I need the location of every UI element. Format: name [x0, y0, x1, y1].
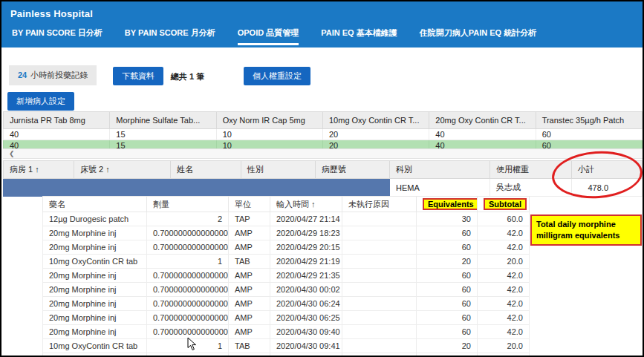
column-header[interactable]: 藥名 — [43, 197, 147, 212]
column-header[interactable]: Morphine Sulfate Tab... — [110, 112, 216, 129]
table-cell: TAP — [229, 212, 270, 226]
column-header[interactable]: 輸入時間 ↑ — [270, 197, 342, 212]
patient-summary-table: 病房 1 ↑床號 2 ↑姓名性別病歷號科別使用權重小計 HEMA吳志成478.0 — [3, 160, 643, 197]
drug-equivalent-table: Jurnista PR Tab 8mgMorphine Sulfate Tab.… — [3, 111, 643, 151]
column-header[interactable]: 病歷號 — [316, 161, 390, 179]
table-cell: AMP — [229, 283, 270, 297]
table-row[interactable]: 20mg Morphine inj0.7000000000000001AMP20… — [43, 226, 530, 240]
tab-opoid-quality[interactable]: OPOID 品質管理 — [238, 27, 299, 45]
table-cell: 20.0 — [478, 255, 530, 269]
table-cell: TAB — [229, 339, 270, 353]
column-header[interactable]: 科別 — [390, 161, 490, 179]
table-row[interactable]: 20mg Morphine inj0.7000000000000001AMP20… — [43, 325, 530, 339]
column-header-label: Oxy Norm IR Cap 5mg — [223, 116, 305, 125]
table-cell: 20mg Morphine inj — [43, 283, 147, 297]
column-header-label: 病歷號 — [322, 165, 346, 174]
column-header[interactable]: 病房 1 ↑ — [4, 161, 74, 179]
table-cell: 0.7000000000000001 — [147, 283, 229, 297]
table-row[interactable]: 10mg OxyContin CR tab1TAB2020/04/30 09:4… — [43, 339, 530, 353]
nav-tabs: BY PAIN SCORE 日分析 BY PAIN SCORE 月分析 OPOI… — [1, 19, 643, 45]
column-header[interactable]: 床號 2 ↑ — [74, 161, 171, 179]
tab-by-pain-score-day[interactable]: BY PAIN SCORE 日分析 — [12, 27, 103, 45]
table-cell: AMP — [229, 353, 270, 357]
add-patient-button[interactable]: 新增病人設定 — [7, 92, 74, 111]
app-title: Painless Hospital — [1, 1, 643, 19]
column-header-label: 劑量 — [153, 200, 169, 209]
column-header[interactable]: 單位 — [229, 197, 270, 212]
table-cell: 40 — [429, 129, 536, 140]
column-header[interactable]: Subtotal — [478, 197, 530, 212]
column-header[interactable]: Transtec 35µg/h Patch — [536, 112, 642, 129]
table-cell: 20 — [322, 129, 429, 140]
column-header[interactable]: 姓名 — [171, 161, 241, 179]
table-cell: 40 — [4, 129, 110, 140]
app-window: Painless Hospital BY PAIN SCORE 日分析 BY P… — [0, 0, 644, 357]
table-row[interactable]: 401510204060 — [4, 129, 643, 140]
table-row[interactable]: 20mg Morphine inj0.7000000000000001AMP20… — [43, 269, 530, 283]
table-cell — [342, 297, 417, 311]
table-cell — [342, 240, 417, 255]
table-cell — [342, 311, 417, 325]
table-cell: 20mg Morphine inj — [43, 297, 147, 311]
table-row[interactable]: HEMA吳志成478.0 — [4, 179, 643, 197]
column-header[interactable]: 性別 — [241, 161, 316, 179]
table-cell: 2020/04/27 21:14 — [270, 212, 342, 226]
table-cell: 1 — [147, 255, 229, 269]
table-cell: AMP — [229, 311, 270, 325]
table-cell: 2020/04/30 09:40 — [270, 325, 342, 339]
table-cell — [342, 269, 417, 283]
table-cell: AMP — [229, 297, 270, 311]
personal-weight-button[interactable]: 個人權重設定 — [244, 67, 310, 85]
column-header-label: 性別 — [247, 165, 264, 174]
table-row[interactable]: 20mg Morphine inj0.7000000000000001AMP20… — [43, 283, 530, 297]
table-cell: 20mg Morphine inj — [43, 311, 147, 325]
table-cell: 1 — [147, 339, 229, 353]
table-cell — [241, 179, 316, 197]
table-row[interactable]: 20mg Morphine inj0.7000000000000001AMP20… — [43, 297, 530, 311]
table-cell — [171, 179, 241, 197]
column-header[interactable]: 10mg Oxy Contin CR T... — [322, 112, 429, 129]
table-cell: 2020/04/30 06:24 — [270, 297, 342, 311]
column-header[interactable]: Jurnista PR Tab 8mg — [4, 112, 110, 129]
scroll-left-icon[interactable]: ❮ — [9, 150, 15, 157]
column-header-label: Jurnista PR Tab 8mg — [10, 116, 85, 125]
column-header[interactable]: 20mg Oxy Contin CR T... — [429, 112, 536, 129]
table-cell: 20 — [417, 255, 478, 269]
table-cell: 42.0 — [478, 269, 530, 283]
hours-label: 小時前投藥記錄 — [30, 71, 88, 79]
table-cell: 20.0 — [478, 339, 530, 353]
table-cell: 2 — [147, 212, 229, 226]
column-header-label: 20mg Oxy Contin CR T... — [435, 116, 525, 125]
column-header[interactable]: 劑量 — [147, 197, 229, 212]
column-header[interactable]: 未執行原因 — [342, 197, 417, 212]
table-cell: 60 — [417, 325, 478, 339]
column-header-label: Subtotal — [484, 198, 527, 210]
table-cell: 20 — [417, 339, 478, 353]
column-header[interactable]: Oxy Norm IR Cap 5mg — [216, 112, 322, 129]
column-header[interactable]: 使用權重 — [490, 161, 572, 179]
table-cell: 42.0 — [478, 240, 530, 255]
medication-detail-table: 藥名劑量單位輸入時間 ↑未執行原因EquivalentsSubtotal 12µ… — [42, 196, 530, 357]
table-row[interactable]: 10mg OxyContin CR tab1TAB2020/04/29 21:1… — [43, 255, 530, 269]
table-row[interactable]: 12µg Durogesic patch2TAP2020/04/27 21:14… — [43, 212, 530, 226]
table-cell: 2020/04/30 12:48 — [270, 353, 342, 357]
horizontal-scrollbar[interactable]: ❮ — [3, 148, 643, 159]
table-cell: 0.7000000000000001 — [147, 297, 229, 311]
table-cell: 60 — [417, 240, 478, 255]
column-header[interactable]: Equivalents — [417, 197, 478, 212]
tab-by-pain-score-month[interactable]: BY PAIN SCORE 月分析 — [125, 27, 215, 45]
table-row[interactable]: 20mg Morphine inj0.7000000000000001AMP20… — [43, 353, 530, 357]
table-row[interactable]: 20mg Morphine inj0.7000000000000001AMP20… — [43, 311, 530, 325]
tab-pain-eq-statistics[interactable]: 住院開刀病人PAIN EQ 統計分析 — [420, 27, 536, 45]
table-cell: 10mg OxyContin CR tab — [43, 255, 147, 269]
download-button[interactable]: 下載資料 — [113, 67, 163, 85]
table-cell: 0.7000000000000001 — [147, 269, 229, 283]
table-cell — [342, 339, 417, 353]
tab-pain-eq-maintenance[interactable]: PAIN EQ 基本檔維護 — [321, 27, 397, 45]
table-row[interactable]: 20mg Morphine inj0.7000000000000001AMP20… — [43, 240, 530, 255]
table-cell — [4, 179, 74, 197]
column-header[interactable]: 小計 — [572, 161, 643, 179]
column-header-label: 輸入時間 ↑ — [276, 200, 316, 209]
table-cell: 0.7000000000000001 — [147, 325, 229, 339]
table-cell: 2020/04/29 20:15 — [270, 240, 342, 255]
